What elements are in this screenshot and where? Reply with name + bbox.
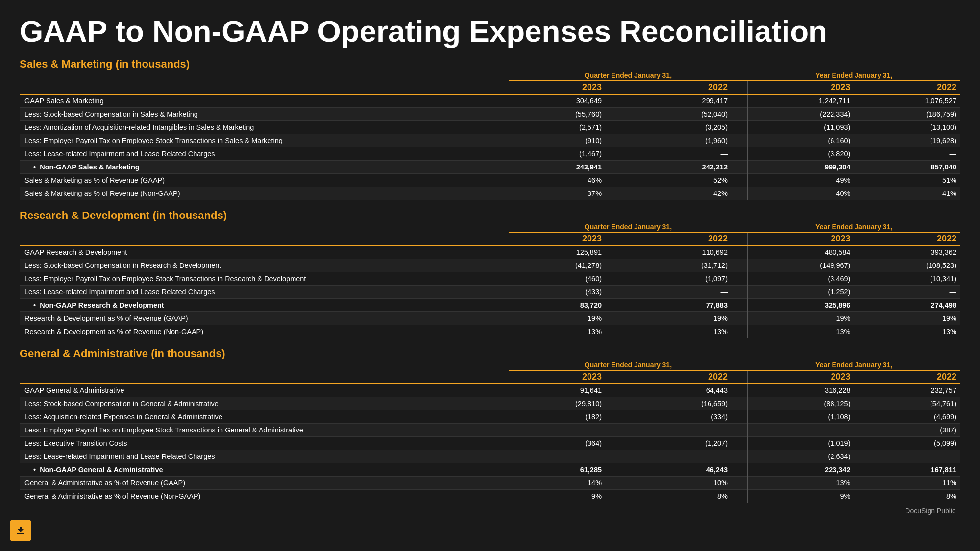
row-value: 64,443 xyxy=(606,383,747,397)
row-value: (3,820) xyxy=(748,147,855,161)
row-value: (13,100) xyxy=(854,121,960,134)
table-row: Less: Lease-related Impairment and Lease… xyxy=(20,147,960,161)
year-header-general-administrative: Year Ended January 31, xyxy=(748,360,961,370)
row-label: Less: Amortization of Acquisition-relate… xyxy=(20,121,509,134)
table-row: Sales & Marketing as % of Revenue (GAAP)… xyxy=(20,174,960,187)
row-value: 299,417 xyxy=(606,94,747,108)
row-label: GAAP Sales & Marketing xyxy=(20,94,509,108)
row-value: (1,960) xyxy=(606,134,747,147)
row-value: 13% xyxy=(854,325,960,338)
row-value: (108,523) xyxy=(854,259,960,272)
row-label: Less: Lease-related Impairment and Lease… xyxy=(20,450,509,463)
row-value: 14% xyxy=(509,477,606,490)
table-row: General & Administrative as % of Revenue… xyxy=(20,490,960,503)
row-value: 19% xyxy=(854,312,960,325)
col-header-general-administrative-1: 2022 xyxy=(606,370,747,383)
table-sales-marketing: Quarter Ended January 31,Year Ended Janu… xyxy=(20,71,960,200)
download-button[interactable] xyxy=(10,520,31,541)
row-value: 61,285 xyxy=(509,463,606,477)
quarter-header-research-development: Quarter Ended January 31, xyxy=(509,222,747,232)
table-row: Less: Stock-based Compensation in Sales … xyxy=(20,108,960,121)
table-research-development: Quarter Ended January 31,Year Ended Janu… xyxy=(20,222,960,338)
row-value: (2,634) xyxy=(748,450,855,463)
row-value: (1,467) xyxy=(509,147,606,161)
table-row: Less: Employer Payroll Tax on Employee S… xyxy=(20,134,960,147)
row-label: Less: Stock-based Compensation in Sales … xyxy=(20,108,509,121)
row-value: 83,720 xyxy=(509,299,606,312)
row-value: 19% xyxy=(509,312,606,325)
row-label: Less: Employer Payroll Tax on Employee S… xyxy=(20,134,509,147)
table-row: Less: Employer Payroll Tax on Employee S… xyxy=(20,424,960,437)
row-value: (54,761) xyxy=(855,397,961,410)
row-value: (334) xyxy=(606,410,747,424)
row-value: 8% xyxy=(606,490,747,503)
row-value: — xyxy=(606,424,747,437)
row-label: General & Administrative as % of Revenue… xyxy=(20,490,509,503)
row-value: — xyxy=(606,286,747,299)
row-label: Sales & Marketing as % of Revenue (Non-G… xyxy=(20,187,509,200)
row-value: 46% xyxy=(509,174,606,187)
row-value: 19% xyxy=(748,312,855,325)
section-title-research-development: Research & Development (in thousands) xyxy=(20,209,960,222)
row-value: 393,362 xyxy=(854,245,960,259)
section-title-sales-marketing: Sales & Marketing (in thousands) xyxy=(20,58,960,71)
row-value: (11,093) xyxy=(748,121,855,134)
row-value: 91,641 xyxy=(509,383,606,397)
table-row: Sales & Marketing as % of Revenue (Non-G… xyxy=(20,187,960,200)
row-value: 857,040 xyxy=(854,161,960,174)
row-value: — xyxy=(855,450,961,463)
row-label: • Non-GAAP Research & Development xyxy=(20,299,509,312)
row-value: 242,212 xyxy=(606,161,747,174)
row-value: (52,040) xyxy=(606,108,747,121)
row-value: — xyxy=(606,450,747,463)
row-value: (19,628) xyxy=(854,134,960,147)
col-header-sales-marketing-2: 2023 xyxy=(748,81,855,94)
row-value: 274,498 xyxy=(854,299,960,312)
row-value: (55,760) xyxy=(509,108,606,121)
row-value: 223,342 xyxy=(748,463,855,477)
row-value: 49% xyxy=(748,174,855,187)
table-row: Less: Stock-based Compensation in Genera… xyxy=(20,397,960,410)
row-value: (41,278) xyxy=(509,259,606,272)
row-value: (29,810) xyxy=(509,397,606,410)
row-value: (1,108) xyxy=(748,410,855,424)
row-label: GAAP Research & Development xyxy=(20,245,509,259)
table-row: Less: Lease-related Impairment and Lease… xyxy=(20,286,960,299)
col-header-sales-marketing-0: 2023 xyxy=(509,81,606,94)
col-header-sales-marketing-1: 2022 xyxy=(606,81,747,94)
row-label: Less: Lease-related Impairment and Lease… xyxy=(20,286,509,299)
row-label: General & Administrative as % of Revenue… xyxy=(20,477,509,490)
row-value: (3,469) xyxy=(748,272,855,286)
row-label: Less: Stock-based Compensation in Genera… xyxy=(20,397,509,410)
row-label: • Non-GAAP Sales & Marketing xyxy=(20,161,509,174)
table-row: Less: Executive Transition Costs(364)(1,… xyxy=(20,437,960,450)
table-row: GAAP Sales & Marketing304,649299,4171,24… xyxy=(20,94,960,108)
row-value: (1,207) xyxy=(606,437,747,450)
quarter-header-sales-marketing: Quarter Ended January 31, xyxy=(509,71,747,81)
row-value: — xyxy=(854,147,960,161)
row-value: (460) xyxy=(509,272,606,286)
row-value: 167,811 xyxy=(855,463,961,477)
row-value: (1,252) xyxy=(748,286,855,299)
col-header-research-development-1: 2022 xyxy=(606,232,747,245)
col-header-general-administrative-0: 2023 xyxy=(509,370,606,383)
row-value: 9% xyxy=(509,490,606,503)
row-value: (31,712) xyxy=(606,259,747,272)
col-header-research-development-0: 2023 xyxy=(509,232,606,245)
year-header-sales-marketing: Year Ended January 31, xyxy=(748,71,961,81)
row-value: (2,571) xyxy=(509,121,606,134)
row-value: (149,967) xyxy=(748,259,855,272)
row-value: 37% xyxy=(509,187,606,200)
table-row: Research & Development as % of Revenue (… xyxy=(20,325,960,338)
row-value: 46,243 xyxy=(606,463,747,477)
row-label: Research & Development as % of Revenue (… xyxy=(20,312,509,325)
row-value: 1,242,711 xyxy=(748,94,855,108)
row-value: 316,228 xyxy=(748,383,855,397)
row-value: 13% xyxy=(748,477,855,490)
row-value: 19% xyxy=(606,312,747,325)
table-general-administrative: Quarter Ended January 31,Year Ended Janu… xyxy=(20,360,960,503)
row-label: Less: Executive Transition Costs xyxy=(20,437,509,450)
table-row: Less: Amortization of Acquisition-relate… xyxy=(20,121,960,134)
row-label: Less: Employer Payroll Tax on Employee S… xyxy=(20,272,509,286)
table-row: General & Administrative as % of Revenue… xyxy=(20,477,960,490)
